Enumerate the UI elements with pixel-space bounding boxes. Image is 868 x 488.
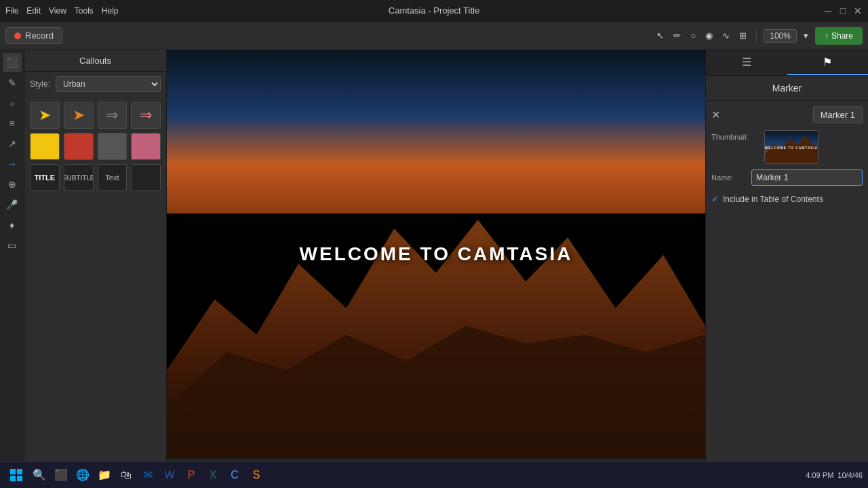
callout-rect-yellow[interactable] [30,133,60,160]
toc-label: Include in Table of Contents [723,195,823,204]
sidebar-transitions[interactable]: ⬦ [3,94,22,113]
callout-text-label: Text [105,174,119,182]
name-row: Name: [711,169,863,186]
pointer-tool[interactable]: ↖ [654,29,667,42]
separator [756,29,757,43]
task-view-icon[interactable]: ⬛ [52,466,71,485]
edge-icon[interactable]: 🌐 [73,466,92,485]
callout-arrow-pink-outline[interactable]: ⇒ [131,102,161,129]
right-panel-tabs: ☰ ⚑ [706,50,868,76]
record-button[interactable]: Record [5,27,62,44]
toolbar-tools: ↖ ✏ ○ ◉ ∿ ⊞ 100% ▾ ↑ Share [654,27,863,45]
sidebar-captions[interactable]: ▭ [3,236,22,255]
start-button[interactable] [5,464,27,486]
callout-rect-orange[interactable] [64,133,94,160]
sidebar-audio[interactable]: 🎤 [3,195,22,214]
record-icon [14,33,21,39]
svg-rect-11 [10,476,16,481]
callouts-grid: ➤ ➤ ⇒ ⇒ TITLE SUBTITLE Tex [24,96,166,197]
menu-view[interactable]: View [49,6,66,16]
camtasia-icon[interactable]: C [225,466,244,485]
toc-checkbox[interactable]: ✓ [711,194,719,204]
marker-content: ✕ Marker 1 Thumbnail: [706,101,868,212]
powerpoint-icon[interactable]: P [182,466,201,485]
right-panel: ☰ ⚑ Marker ✕ Marker 1 Thumbnail: [705,50,868,488]
menu-help[interactable]: Help [102,6,119,16]
window-controls: ─ □ ✕ [823,6,863,16]
snagit-icon[interactable]: S [247,466,266,485]
svg-rect-12 [17,476,22,481]
callout-arrow-gray-outline[interactable]: ⇒ [98,102,127,129]
sidebar-cursor[interactable]: ↗ [3,134,22,153]
marker-title-row: ✕ Marker 1 [711,106,863,123]
menu-bar: File Edit View Tools Help [5,6,119,16]
main-toolbar: Record ↖ ✏ ○ ◉ ∿ ⊞ 100% ▾ ↑ Share [0,22,868,50]
name-field-label: Name: [711,174,746,182]
sidebar-media[interactable]: ⬛ [3,53,22,72]
pen-tool[interactable]: ✏ [671,29,684,42]
record-label: Record [25,30,54,41]
svg-rect-10 [17,469,22,474]
callout-rect-gray[interactable] [98,133,127,160]
callout-arrow-yellow-filled[interactable]: ➤ [30,102,60,129]
svg-rect-9 [10,469,16,474]
callout-arrow-orange-filled[interactable]: ➤ [64,102,94,129]
tab-flag[interactable]: ⚑ [787,50,869,75]
close-button[interactable]: ✕ [853,6,863,16]
callout-empty[interactable] [131,164,161,191]
menu-file[interactable]: File [5,6,18,16]
main-layout: ⬛ ✎ ⬦ ≡ ↗ → ⊕ 🎤 ♦ ▭ More Callouts Style:… [0,50,868,488]
thumbnail-row: Thumbnail: WELCOME [711,130,863,164]
taskbar-date: 10/4/46 [837,471,863,479]
shape-tool[interactable]: ○ [688,29,698,42]
outlook-icon[interactable]: ✉ [138,466,157,485]
excel-icon[interactable]: X [203,466,222,485]
minimize-button[interactable]: ─ [823,6,833,16]
file-explorer-icon[interactable]: 📁 [95,466,114,485]
callout-title-text[interactable]: TITLE [30,164,60,191]
word-icon[interactable]: W [160,466,179,485]
store-icon[interactable]: 🛍 [117,466,136,485]
callout-subtitle-text[interactable]: SUBTITLE [64,164,94,191]
taskbar-time: 4:09 PM [806,471,833,479]
menu-edit[interactable]: Edit [26,6,41,16]
maximize-button[interactable]: □ [838,6,848,16]
style-select[interactable]: Urban Modern Classic [56,76,161,92]
share-icon: ↑ [825,31,829,41]
mountain-svg [167,193,705,458]
fill-tool[interactable]: ◉ [703,29,715,42]
thumbnail-svg: WELCOME TO CAMTASIA [765,130,818,164]
preview-canvas: WELCOME TO CAMTASIA [167,50,705,458]
sidebar-interactivity[interactable]: ♦ [3,216,22,235]
grid-tool[interactable]: ⊞ [736,29,749,42]
title-bar: File Edit View Tools Help Camtasia - Pro… [0,0,868,22]
sidebar-animations[interactable]: ≡ [3,114,22,133]
taskbar-right: 4:09 PM 10/4/46 [806,471,863,479]
search-icon[interactable]: 🔍 [30,466,49,485]
preview-area: WELCOME TO CAMTASIA ⏮ ◀◀ ▶ ▶▶ ⏭ ⚙ Proper… [167,50,705,488]
style-label: Style: [30,79,50,89]
share-label: Share [831,31,853,41]
sidebar-annotations[interactable]: ✎ [3,73,22,92]
sidebar-record-camera[interactable]: ⊕ [3,175,22,194]
left-sidebar: ⬛ ✎ ⬦ ≡ ↗ → ⊕ 🎤 ♦ ▭ More [0,50,24,488]
taskbar: 🔍 ⬛ 🌐 📁 🛍 ✉ W P X C S 4:09 PM 10/4/46 [0,461,868,488]
sidebar-zoom-pan[interactable]: → [3,155,22,174]
callouts-panel: Callouts Style: Urban Modern Classic ➤ ➤… [24,50,167,488]
share-button[interactable]: ↑ Share [815,27,863,45]
thumbnail-image: WELCOME TO CAMTASIA [764,130,818,164]
toc-row: ✓ Include in Table of Contents [711,191,863,207]
windows-logo [9,468,23,482]
marker-header: Marker [706,76,868,101]
callout-rect-pink[interactable] [131,133,161,160]
marker-close-button[interactable]: ✕ [711,108,720,121]
connect-tool[interactable]: ∿ [719,29,732,42]
callout-plain-text[interactable]: Text [98,164,127,191]
window-title: Camtasia - Project Title [389,5,479,16]
marker-name-badge: Marker 1 [813,106,863,123]
callout-title-label: TITLE [35,174,56,182]
name-input[interactable] [751,169,863,186]
zoom-dropdown[interactable]: ▾ [801,29,811,42]
tab-list[interactable]: ☰ [706,50,787,75]
menu-tools[interactable]: Tools [75,6,94,16]
